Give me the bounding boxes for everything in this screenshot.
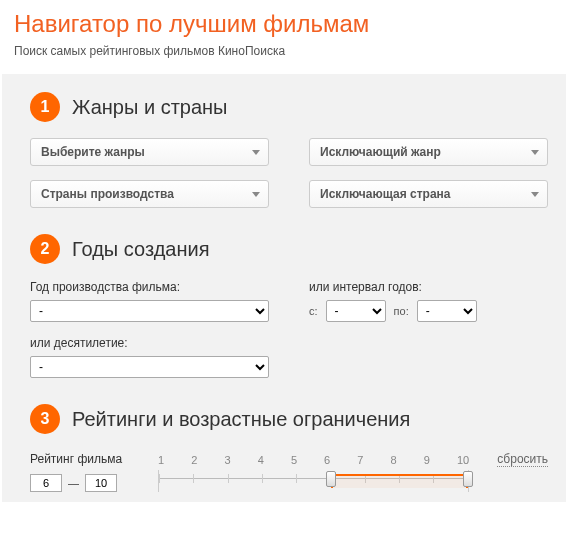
slider-handle-min[interactable] [326, 471, 336, 487]
section-badge-1: 1 [30, 92, 60, 122]
section-badge-2: 2 [30, 234, 60, 264]
slider-selected-range [331, 474, 469, 488]
filter-panel: 1 Жанры и страны Выберите жанры Исключаю… [2, 74, 566, 502]
chevron-down-icon [531, 192, 539, 197]
interval-label: или интервал годов: [309, 280, 548, 294]
section-ratings: 3 Рейтинги и возрастные ограничения Рейт… [30, 404, 548, 492]
genres-select[interactable]: Выберите жанры [30, 138, 269, 166]
to-label: по: [394, 305, 409, 317]
genres-select-label: Выберите жанры [41, 145, 145, 159]
slider-handle-max[interactable] [463, 471, 473, 487]
chevron-down-icon [531, 150, 539, 155]
section-title-3: Рейтинги и возрастные ограничения [72, 408, 410, 431]
page-title: Навигатор по лучшим фильмам [0, 0, 580, 44]
countries-select[interactable]: Страны производства [30, 180, 269, 208]
decade-select[interactable]: - [30, 356, 269, 378]
year-label: Год производства фильма: [30, 280, 269, 294]
exclude-country-label: Исключающая страна [320, 187, 451, 201]
decade-label: или десятилетие: [30, 336, 269, 350]
rating-slider[interactable]: 12345678910 [158, 450, 469, 492]
section-title-1: Жанры и страны [72, 96, 227, 119]
exclude-genre-label: Исключающий жанр [320, 145, 441, 159]
exclude-country-select[interactable]: Исключающая страна [309, 180, 548, 208]
exclude-genre-select[interactable]: Исключающий жанр [309, 138, 548, 166]
rating-max-input[interactable] [85, 474, 117, 492]
countries-select-label: Страны производства [41, 187, 174, 201]
chevron-down-icon [252, 192, 260, 197]
year-select[interactable]: - [30, 300, 269, 322]
chevron-down-icon [252, 150, 260, 155]
rating-min-input[interactable] [30, 474, 62, 492]
from-label: с: [309, 305, 318, 317]
reset-link[interactable]: сбросить [497, 452, 548, 467]
section-genres-countries: 1 Жанры и страны Выберите жанры Исключаю… [30, 92, 548, 208]
rating-dash: — [68, 477, 79, 489]
year-to-select[interactable]: - [417, 300, 477, 322]
slider-tick-labels: 12345678910 [158, 454, 469, 466]
section-years: 2 Годы создания Год производства фильма:… [30, 234, 548, 378]
section-title-2: Годы создания [72, 238, 209, 261]
section-badge-3: 3 [30, 404, 60, 434]
page-subtitle: Поиск самых рейтинговых фильмов КиноПоис… [0, 44, 580, 74]
year-from-select[interactable]: - [326, 300, 386, 322]
rating-label: Рейтинг фильма [30, 452, 140, 466]
